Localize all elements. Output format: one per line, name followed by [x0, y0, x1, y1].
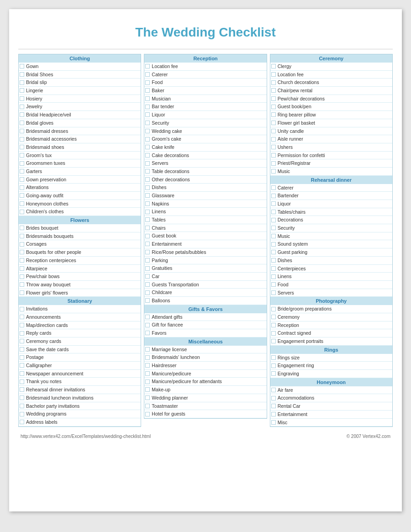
- checkbox[interactable]: [20, 282, 24, 287]
- checkbox[interactable]: [271, 161, 276, 166]
- checkbox[interactable]: [271, 339, 276, 343]
- checkbox[interactable]: [20, 258, 24, 263]
- checkbox[interactable]: [20, 161, 24, 166]
- checkbox[interactable]: [145, 363, 150, 368]
- checkbox[interactable]: [271, 404, 276, 408]
- checkbox[interactable]: [145, 112, 150, 117]
- checkbox[interactable]: [20, 185, 24, 190]
- checkbox[interactable]: [145, 315, 150, 319]
- checkbox[interactable]: [20, 363, 24, 368]
- checkbox[interactable]: [271, 388, 276, 392]
- checkbox[interactable]: [20, 105, 24, 109]
- checkbox[interactable]: [271, 242, 276, 247]
- checkbox[interactable]: [20, 193, 24, 198]
- checkbox[interactable]: [145, 161, 150, 166]
- checkbox[interactable]: [20, 315, 24, 319]
- checkbox[interactable]: [20, 395, 24, 400]
- checkbox[interactable]: [271, 121, 276, 125]
- checkbox[interactable]: [20, 339, 24, 343]
- checkbox[interactable]: [20, 210, 24, 214]
- checkbox[interactable]: [20, 323, 24, 327]
- checkbox[interactable]: [271, 226, 276, 230]
- checkbox[interactable]: [20, 355, 24, 360]
- checkbox[interactable]: [20, 379, 24, 384]
- checkbox[interactable]: [145, 404, 150, 408]
- checkbox[interactable]: [145, 323, 150, 327]
- checkbox[interactable]: [20, 201, 24, 206]
- checkbox[interactable]: [20, 234, 24, 238]
- checkbox[interactable]: [271, 331, 276, 336]
- checkbox[interactable]: [271, 88, 276, 93]
- checkbox[interactable]: [20, 266, 24, 271]
- checkbox[interactable]: [145, 185, 150, 190]
- checkbox[interactable]: [145, 226, 150, 230]
- checkbox[interactable]: [20, 121, 24, 125]
- checkbox[interactable]: [271, 194, 276, 198]
- checkbox[interactable]: [145, 234, 150, 238]
- checkbox[interactable]: [145, 193, 150, 198]
- checkbox[interactable]: [20, 307, 24, 311]
- checkbox[interactable]: [271, 201, 276, 206]
- checkbox[interactable]: [271, 250, 276, 254]
- checkbox[interactable]: [271, 105, 276, 109]
- checkbox[interactable]: [145, 395, 150, 400]
- checkbox[interactable]: [145, 290, 150, 295]
- checkbox[interactable]: [271, 412, 276, 416]
- checkbox[interactable]: [145, 96, 150, 101]
- checkbox[interactable]: [20, 290, 24, 295]
- checkbox[interactable]: [271, 355, 276, 360]
- checkbox[interactable]: [271, 169, 276, 174]
- checkbox[interactable]: [20, 88, 24, 93]
- checkbox[interactable]: [145, 210, 150, 214]
- checkbox[interactable]: [20, 64, 24, 68]
- checkbox[interactable]: [20, 137, 24, 142]
- checkbox[interactable]: [145, 129, 150, 133]
- checkbox[interactable]: [145, 250, 150, 254]
- checkbox[interactable]: [20, 404, 24, 408]
- checkbox[interactable]: [20, 129, 24, 133]
- checkbox[interactable]: [20, 226, 24, 230]
- checkbox[interactable]: [145, 217, 150, 222]
- checkbox[interactable]: [271, 396, 276, 400]
- checkbox[interactable]: [271, 307, 276, 311]
- checkbox[interactable]: [271, 315, 276, 319]
- checkbox[interactable]: [271, 258, 276, 263]
- checkbox[interactable]: [145, 412, 150, 416]
- checkbox[interactable]: [145, 258, 150, 263]
- checkbox[interactable]: [145, 153, 150, 158]
- checkbox[interactable]: [145, 282, 150, 287]
- checkbox[interactable]: [145, 201, 150, 206]
- checkbox[interactable]: [271, 80, 276, 85]
- checkbox[interactable]: [20, 177, 24, 182]
- checkbox[interactable]: [271, 371, 276, 376]
- checkbox[interactable]: [145, 145, 150, 149]
- checkbox[interactable]: [20, 153, 24, 158]
- checkbox[interactable]: [145, 298, 150, 303]
- checkbox[interactable]: [20, 145, 24, 149]
- checkbox[interactable]: [271, 218, 276, 222]
- checkbox[interactable]: [145, 347, 150, 352]
- checkbox[interactable]: [20, 112, 24, 117]
- checkbox[interactable]: [20, 331, 24, 336]
- checkbox[interactable]: [145, 355, 150, 360]
- checkbox[interactable]: [145, 379, 150, 384]
- checkbox[interactable]: [271, 112, 276, 117]
- checkbox[interactable]: [20, 274, 24, 279]
- checkbox[interactable]: [145, 371, 150, 376]
- checkbox[interactable]: [145, 266, 150, 271]
- checkbox[interactable]: [20, 347, 24, 352]
- checkbox[interactable]: [145, 242, 150, 246]
- checkbox[interactable]: [271, 185, 276, 190]
- checkbox[interactable]: [20, 80, 24, 85]
- checkbox[interactable]: [271, 72, 276, 77]
- checkbox[interactable]: [145, 121, 150, 125]
- checkbox[interactable]: [145, 137, 150, 142]
- checkbox[interactable]: [20, 169, 24, 174]
- checkbox[interactable]: [20, 371, 24, 376]
- checkbox[interactable]: [271, 274, 276, 279]
- checkbox[interactable]: [145, 80, 150, 85]
- checkbox[interactable]: [145, 64, 150, 68]
- checkbox[interactable]: [145, 88, 150, 93]
- checkbox[interactable]: [145, 177, 150, 182]
- checkbox[interactable]: [271, 153, 276, 158]
